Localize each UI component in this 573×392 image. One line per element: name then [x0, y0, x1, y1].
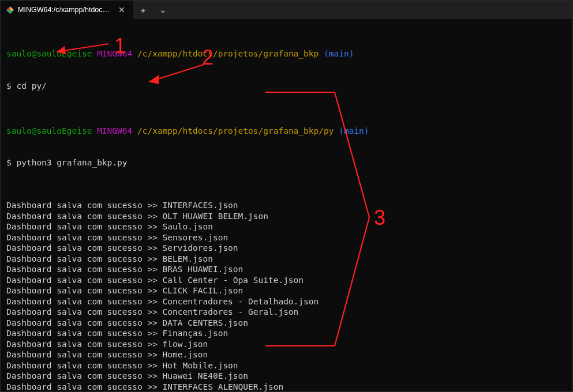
command-2: $ python3 grafana_bkp.py — [6, 157, 567, 168]
new-tab-button[interactable]: + — [133, 5, 153, 15]
output-line: Dashboard salva com sucesso >> INTERFACE… — [6, 200, 567, 211]
output-block: Dashboard salva com sucesso >> INTERFACE… — [6, 200, 567, 392]
tab-dropdown-button[interactable]: ⌄ — [153, 5, 173, 15]
close-tab-button[interactable]: ✕ — [116, 6, 128, 14]
output-line: Dashboard salva com sucesso >> Saulo.jso… — [6, 221, 567, 232]
active-tab[interactable]: MINGW64:/c/xampp/htdocs/pr ✕ — [1, 1, 133, 19]
output-line: Dashboard salva com sucesso >> Home.json — [6, 349, 567, 360]
output-line: Dashboard salva com sucesso >> BRAS HUAW… — [6, 264, 567, 275]
output-line: Dashboard salva com sucesso >> Huawei NE… — [6, 371, 567, 382]
output-line: Dashboard salva com sucesso >> OLT HUAWE… — [6, 211, 567, 222]
output-line: Dashboard salva com sucesso >> flow.json — [6, 339, 567, 350]
output-line: Dashboard salva com sucesso >> Sensores.… — [6, 232, 567, 243]
output-line: Dashboard salva com sucesso >> Finanças.… — [6, 328, 567, 339]
output-line: Dashboard salva com sucesso >> Concentra… — [6, 307, 567, 318]
titlebar: MINGW64:/c/xampp/htdocs/pr ✕ + ⌄ — [1, 1, 572, 19]
terminal-icon — [5, 5, 14, 14]
output-line: Dashboard salva com sucesso >> INTERFACE… — [6, 382, 567, 393]
output-line: Dashboard salva com sucesso >> Hot Mobil… — [6, 360, 567, 371]
terminal-body[interactable]: saulo@sauloEgeise MINGW64 /c/xampp/htdoc… — [1, 19, 572, 392]
output-line: Dashboard salva com sucesso >> Concentra… — [6, 296, 567, 307]
output-line: Dashboard salva com sucesso >> Call Cent… — [6, 275, 567, 286]
output-line: Dashboard salva com sucesso >> DATA CENT… — [6, 318, 567, 329]
prompt-1: saulo@sauloEgeise MINGW64 /c/xampp/htdoc… — [6, 48, 567, 59]
tab-controls: + ⌄ — [133, 1, 173, 19]
prompt-2: saulo@sauloEgeise MINGW64 /c/xampp/htdoc… — [6, 126, 567, 137]
output-line: Dashboard salva com sucesso >> CLICK FAC… — [6, 285, 567, 296]
output-line: Dashboard salva com sucesso >> Servidore… — [6, 243, 567, 254]
command-1: $ cd py/ — [6, 81, 567, 92]
output-line: Dashboard salva com sucesso >> BELEM.jso… — [6, 254, 567, 265]
tab-title: MINGW64:/c/xampp/htdocs/pr — [18, 6, 113, 14]
